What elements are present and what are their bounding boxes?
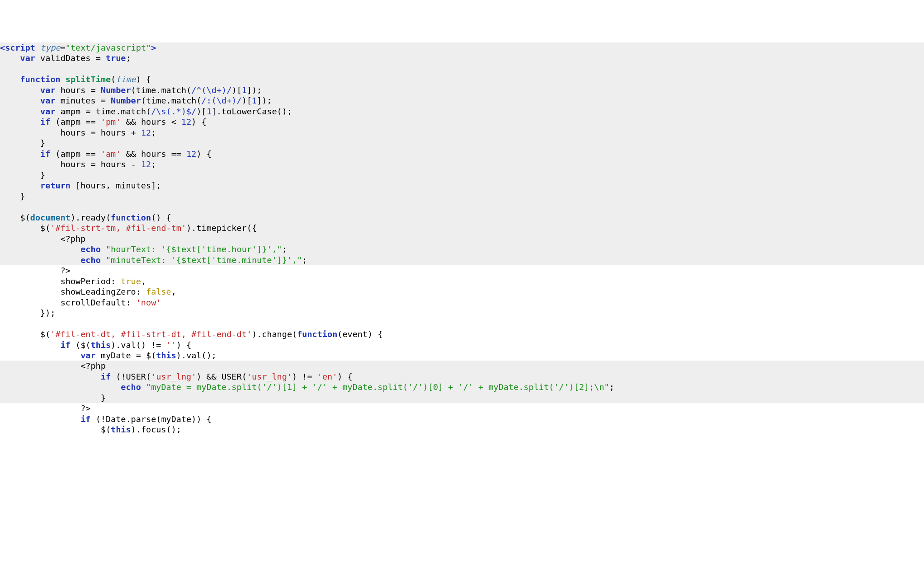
code-line: echo "minuteText: '{$text['time.minute']…: [0, 255, 924, 265]
code-line: [0, 319, 924, 329]
code-line: });: [0, 308, 924, 318]
code-line: showLeadingZero: false,: [0, 286, 924, 297]
code-line: $('#fil-strt-tm, #fil-end-tm').timepicke…: [0, 223, 924, 233]
code-line: if (ampm == 'am' && hours == 12) {: [0, 149, 924, 159]
code-line: scrollDefault: 'now': [0, 297, 924, 308]
code-line: [0, 64, 924, 74]
code-line: [0, 202, 924, 212]
code-line: }: [0, 393, 924, 403]
code-line: return [hours, minutes];: [0, 180, 924, 191]
code-line: <?php: [0, 234, 924, 244]
code-line: }: [0, 191, 924, 202]
code-line: $(this).focus();: [0, 424, 924, 435]
code-line: $(document).ready(function() {: [0, 212, 924, 223]
code-line: var validDates = true;: [0, 53, 924, 63]
code-line: ?>: [0, 403, 924, 413]
code-line: }: [0, 170, 924, 180]
code-line: if ($(this).val() != '') {: [0, 340, 924, 350]
code-line: ?>: [0, 265, 924, 276]
code-line: echo "myDate = myDate.split('/')[1] + '/…: [0, 382, 924, 392]
code-line: var myDate = $(this).val();: [0, 350, 924, 361]
code-line: <script type="text/javascript">: [0, 42, 924, 53]
code-line: hours = hours - 12;: [0, 159, 924, 169]
code-line: <?php: [0, 361, 924, 371]
code-line: showPeriod: true,: [0, 276, 924, 286]
code-line: $('#fil-ent-dt, #fil-strt-dt, #fil-end-d…: [0, 329, 924, 339]
code-line: var hours = Number(time.match(/^(\d+)/)[…: [0, 85, 924, 95]
code-line: echo "hourText: '{$text['time.hour']}',"…: [0, 244, 924, 254]
code-viewer: <script type="text/javascript"> var vali…: [0, 42, 924, 435]
code-line: var ampm = time.match(/\s(.*)$/)[1].toLo…: [0, 106, 924, 117]
code-line: function splitTime(time) {: [0, 74, 924, 84]
code-line: var minutes = Number(time.match(/:(\d+)/…: [0, 95, 924, 106]
code-line: hours = hours + 12;: [0, 127, 924, 138]
code-line: }: [0, 138, 924, 148]
code-line: if (ampm == 'pm' && hours < 12) {: [0, 117, 924, 127]
code-line: if (!USER('usr_lng') && USER('usr_lng') …: [0, 371, 924, 382]
code-line: if (!Date.parse(myDate)) {: [0, 414, 924, 424]
